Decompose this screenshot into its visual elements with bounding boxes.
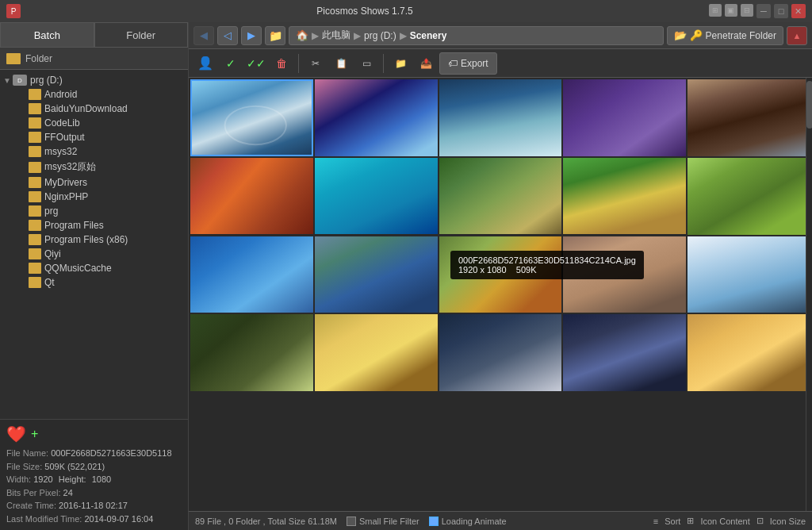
rect-tool-button[interactable]: ▭ xyxy=(354,52,378,75)
tree-item-codelib[interactable]: CodeLib xyxy=(0,116,188,130)
tree-item-qqmusiccache[interactable]: QQMusicCache xyxy=(0,261,188,275)
tree-item-qt[interactable]: Qt xyxy=(0,275,188,290)
path-part-1[interactable]: 此电脑 xyxy=(322,29,350,42)
image-cell-11[interactable] xyxy=(190,236,313,313)
folder-icon xyxy=(29,248,41,259)
tree-item-qiyi[interactable]: Qiyi xyxy=(0,247,188,261)
left-tabs: Batch Folder xyxy=(0,22,188,48)
tree-item-program-files[interactable]: Program Files xyxy=(0,218,188,232)
icon-content-label[interactable]: Icon Content xyxy=(700,517,749,526)
icon-content-icon: ⊞ xyxy=(687,516,694,526)
copy-tool-button[interactable]: 📋 xyxy=(329,52,353,75)
tree-item-root[interactable]: ▼ D prg (D:) xyxy=(0,73,188,87)
image-cell-20[interactable] xyxy=(688,314,810,391)
folder-tree[interactable]: ▼ D prg (D:) Android BaiduYunDownload Co… xyxy=(0,70,188,419)
minimize-button[interactable]: ─ xyxy=(756,4,771,18)
nav-up-button[interactable]: ▲ xyxy=(787,26,807,45)
toolbar: 👤 ✓ ✓✓ 🗑 ✂ 📋 ▭ 📁 📤 🏷 E xyxy=(189,49,812,78)
folder-icon xyxy=(29,191,41,202)
delete-tool-button[interactable]: 🗑 xyxy=(270,52,293,75)
tree-item-program-files-(x86)[interactable]: Program Files (x86) xyxy=(0,232,188,247)
small-filter-check[interactable]: Small File Filter xyxy=(347,517,419,526)
status-left: 89 File , 0 Folder , Total Size 61.18M S… xyxy=(195,517,507,526)
person-tool-button[interactable]: 👤 xyxy=(193,52,217,75)
nav-forward-button[interactable]: ▶ xyxy=(241,26,262,45)
folder-icon xyxy=(29,162,41,173)
export-button[interactable]: 🏷 Export xyxy=(439,52,497,75)
image-cell-17[interactable] xyxy=(315,314,438,391)
image-cell-3[interactable] xyxy=(439,79,562,156)
image-cell-13[interactable] xyxy=(439,236,562,313)
icon-size-label[interactable]: Icon Size xyxy=(770,517,806,526)
toolbar-sep-1 xyxy=(298,54,299,73)
main-layout: Batch Folder Folder ▼ D prg (D:) Android… xyxy=(0,22,812,530)
tab-folder[interactable]: Folder xyxy=(94,22,189,48)
image-cell-1[interactable] xyxy=(190,79,313,156)
tab-batch[interactable]: Batch xyxy=(0,22,94,48)
image-cell-8[interactable] xyxy=(439,158,562,235)
image-cell-9[interactable] xyxy=(563,158,686,235)
scrollbar-track[interactable] xyxy=(806,78,812,511)
image-cell-19[interactable] xyxy=(563,314,686,391)
tree-item-msys32[interactable]: msys32 xyxy=(0,144,188,159)
tree-item-mydrivers[interactable]: MyDrivers xyxy=(0,175,188,190)
image-cell-2[interactable] xyxy=(315,79,438,156)
tree-item-ffoutput[interactable]: FFOutput xyxy=(0,130,188,144)
check-all-tool-button[interactable]: ✓✓ xyxy=(244,52,268,75)
image-cell-5[interactable] xyxy=(688,79,810,156)
image-cell-7[interactable] xyxy=(315,158,438,235)
folder-icon xyxy=(29,220,41,231)
cut-tool-button[interactable]: ✂ xyxy=(304,52,327,75)
add-icon[interactable]: + xyxy=(31,427,38,441)
maximize-button[interactable]: □ xyxy=(774,4,788,18)
penetrate-folder-button[interactable]: 📂 🔑 Penetrate Folder xyxy=(667,26,783,45)
tree-item-baiduyundownload[interactable]: BaiduYunDownload xyxy=(0,102,188,116)
cut-icon: ✂ xyxy=(312,58,320,69)
left-panel: Batch Folder Folder ▼ D prg (D:) Android… xyxy=(0,22,189,530)
image-cell-12[interactable] xyxy=(315,236,438,313)
tree-item-android[interactable]: Android xyxy=(0,87,188,102)
path-part-3[interactable]: Scenery xyxy=(410,30,447,41)
export-folder-tool-button[interactable]: 📤 xyxy=(414,52,438,75)
sort-label[interactable]: Sort xyxy=(665,517,680,526)
image-cell-18[interactable] xyxy=(439,314,562,391)
path-part-2[interactable]: prg (D:) xyxy=(364,30,396,41)
image-cell-14[interactable] xyxy=(563,236,686,313)
info-modified: Last Modified Time: 2014-09-07 16:04 xyxy=(6,513,182,526)
drive-icon: D xyxy=(13,75,27,86)
app-icon: P xyxy=(6,4,21,18)
icon-size-icon: ⊡ xyxy=(756,516,764,526)
nav-bar: ◀ ◁ ▶ 📁 🏠 ▶ 此电脑 ▶ prg (D:) ▶ Scenery 📂 🔑… xyxy=(189,22,812,49)
app-icon-4: ⊟ xyxy=(741,4,753,17)
check-tool-button[interactable]: ✓ xyxy=(219,52,243,75)
open-folder-tool-button[interactable]: 📁 xyxy=(389,52,412,75)
export-folder-icon: 📤 xyxy=(420,58,432,69)
tree-children: Android BaiduYunDownload CodeLib FFOutpu… xyxy=(0,87,188,290)
image-cell-10[interactable] xyxy=(688,158,810,235)
small-filter-checkbox[interactable] xyxy=(347,517,356,526)
back-button[interactable]: ◀ xyxy=(193,26,214,45)
browse-folder-button[interactable]: 📁 xyxy=(265,26,285,45)
tree-item-nginxphp[interactable]: NginxPHP xyxy=(0,190,188,204)
image-cell-4[interactable] xyxy=(563,79,686,156)
image-grid xyxy=(189,78,812,393)
tree-item-prg[interactable]: prg xyxy=(0,204,188,218)
loading-animate-checkbox[interactable] xyxy=(429,517,439,526)
status-bar: 89 File , 0 Folder , Total Size 61.18M S… xyxy=(189,511,812,530)
nav-left-button[interactable]: ◁ xyxy=(217,26,238,45)
window-controls: ⊞ ▣ ⊟ ─ □ ✕ xyxy=(709,4,806,18)
image-cell-16[interactable] xyxy=(190,314,313,391)
folder-icon xyxy=(29,103,41,114)
loading-animate-check[interactable]: Loading Animate xyxy=(429,517,507,526)
scrollbar-thumb[interactable] xyxy=(806,81,812,129)
sort-icon: ≡ xyxy=(653,517,658,526)
image-grid-container[interactable]: 000F2668D5271663E30D511834C214CA.jpg 192… xyxy=(189,78,812,511)
title-left-icons: P xyxy=(6,4,21,18)
export-icon: 🏷 xyxy=(448,58,458,69)
tree-item-msys32原始[interactable]: msys32原始 xyxy=(0,159,188,175)
app-icon-2: ⊞ xyxy=(709,4,722,17)
folder-header-label: Folder xyxy=(25,53,52,64)
image-cell-6[interactable] xyxy=(190,158,313,235)
image-cell-15[interactable] xyxy=(688,236,810,313)
close-button[interactable]: ✕ xyxy=(791,4,806,18)
